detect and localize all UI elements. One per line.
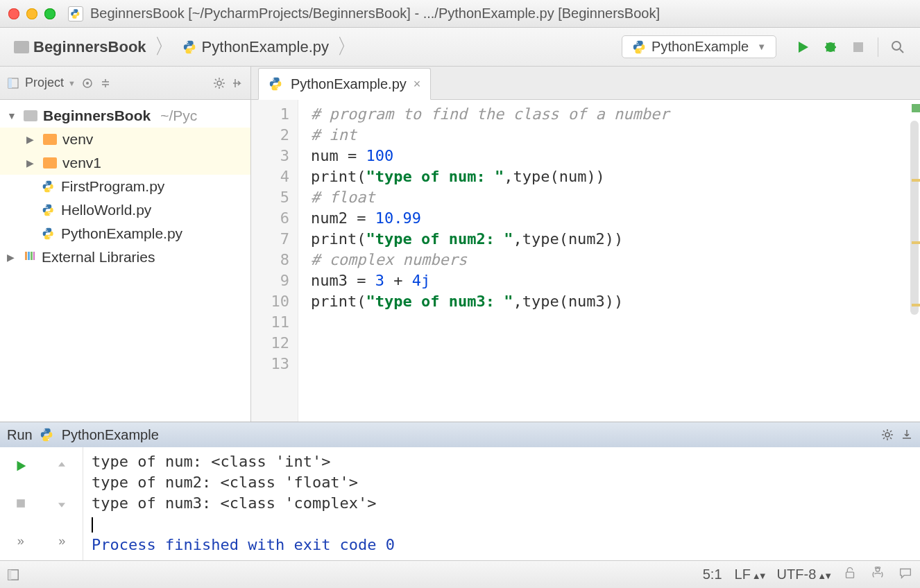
close-tab-icon[interactable]: × bbox=[414, 77, 421, 92]
tab-label: PythonExample.py bbox=[291, 76, 407, 92]
minimize-window-button[interactable] bbox=[26, 8, 37, 19]
tree-folder[interactable]: ▶ venv1 bbox=[0, 151, 250, 175]
chevron-right-icon[interactable]: ▶ bbox=[7, 252, 18, 263]
breadcrumb-project[interactable]: BeginnersBook bbox=[8, 35, 152, 59]
project-tree[interactable]: ▼ BeginnersBook ~/Pyc ▶ venv ▶ venv1 Fir… bbox=[0, 100, 250, 422]
notifications-icon[interactable] bbox=[898, 565, 913, 584]
folder-icon bbox=[43, 134, 57, 145]
project-view-label: Project bbox=[25, 76, 64, 90]
line-separator[interactable]: LF▲▼ bbox=[735, 567, 765, 582]
project-tool-window: Project▼ ▼ BeginnersBook ~/Pyc bbox=[0, 67, 251, 422]
python-file-icon bbox=[182, 40, 198, 55]
svg-rect-6 bbox=[8, 78, 12, 88]
svg-rect-11 bbox=[28, 252, 30, 260]
tree-root[interactable]: ▼ BeginnersBook ~/Pyc bbox=[0, 104, 250, 128]
svg-rect-17 bbox=[8, 569, 11, 579]
file-encoding[interactable]: UTF-8▲▼ bbox=[777, 567, 830, 582]
breadcrumb-file[interactable]: PythonExample.py bbox=[177, 35, 334, 59]
scroll-from-source-icon[interactable] bbox=[81, 77, 94, 89]
tool-windows-icon[interactable] bbox=[7, 569, 19, 581]
stop-button[interactable] bbox=[847, 36, 869, 58]
console-output[interactable]: type of num: <class 'int'>type of num2: … bbox=[83, 447, 920, 560]
chevron-right-icon[interactable]: ▶ bbox=[26, 134, 37, 145]
run-config-label: PythonExample bbox=[62, 427, 159, 443]
project-toolbar: Project▼ bbox=[0, 67, 250, 100]
tree-external-libraries[interactable]: ▶ External Libraries bbox=[0, 245, 250, 269]
hide-panel-icon[interactable] bbox=[231, 77, 244, 89]
editor-tabs: PythonExample.py × bbox=[251, 67, 920, 100]
svg-rect-3 bbox=[853, 42, 863, 52]
python-file-icon bbox=[269, 76, 284, 92]
breadcrumb: BeginnersBook 〉 PythonExample.py 〉 bbox=[8, 33, 622, 61]
up-stack-button[interactable] bbox=[42, 447, 83, 485]
readonly-lock-icon[interactable] bbox=[842, 565, 858, 584]
svg-rect-10 bbox=[25, 252, 27, 260]
tree-label: venv1 bbox=[62, 155, 101, 171]
tree-label: BeginnersBook bbox=[43, 107, 151, 124]
window-titlebar: BeginnersBook [~/PycharmProjects/Beginne… bbox=[0, 0, 920, 28]
breadcrumb-separator: 〉 bbox=[154, 33, 175, 61]
run-configuration-select[interactable]: PythonExample ▼ bbox=[622, 35, 776, 58]
run-title-label: Run bbox=[7, 427, 33, 443]
more-actions-button[interactable]: » bbox=[42, 523, 83, 560]
status-bar: 5:1 LF▲▼ UTF-8▲▼ bbox=[0, 560, 920, 588]
svg-point-4 bbox=[892, 42, 901, 50]
collapse-all-icon[interactable] bbox=[99, 77, 112, 89]
svg-point-9 bbox=[217, 81, 221, 85]
python-file-icon bbox=[40, 427, 55, 442]
breadcrumb-label: BeginnersBook bbox=[33, 38, 146, 56]
close-window-button[interactable] bbox=[8, 8, 19, 19]
svg-point-8 bbox=[86, 82, 89, 85]
tree-path: ~/Pyc bbox=[160, 107, 197, 124]
chevron-down-icon[interactable]: ▼ bbox=[7, 110, 18, 121]
window-title: BeginnersBook [~/PycharmProjects/Beginne… bbox=[90, 6, 660, 21]
debug-button[interactable] bbox=[819, 36, 842, 58]
tree-label: External Libraries bbox=[42, 249, 155, 266]
breadcrumb-separator: 〉 bbox=[337, 33, 357, 61]
toolbar-divider bbox=[878, 37, 878, 57]
code-editor[interactable]: 12345678910111213 # program to find the … bbox=[251, 100, 920, 422]
svg-rect-18 bbox=[846, 572, 854, 578]
python-file-icon bbox=[42, 203, 56, 217]
folder-icon bbox=[24, 110, 37, 121]
caret-position[interactable]: 5:1 bbox=[703, 567, 722, 582]
tree-label: FirstProgram.py bbox=[61, 178, 164, 195]
editor-panel: PythonExample.py × 12345678910111213 # p… bbox=[251, 67, 920, 422]
breadcrumb-label: PythonExample.py bbox=[202, 38, 329, 56]
tree-label: venv bbox=[62, 131, 93, 148]
app-icon bbox=[68, 6, 83, 21]
maximize-window-button[interactable] bbox=[44, 8, 56, 19]
gear-icon[interactable] bbox=[213, 77, 225, 89]
run-config-label: PythonExample bbox=[651, 39, 749, 55]
run-tool-window: Run PythonExample » » type o bbox=[0, 422, 920, 560]
rerun-button[interactable] bbox=[0, 447, 42, 485]
tree-file[interactable]: HelloWorld.py bbox=[0, 198, 250, 222]
search-everywhere-button[interactable] bbox=[887, 36, 909, 58]
python-file-icon bbox=[42, 180, 56, 193]
editor-tab[interactable]: PythonExample.py × bbox=[258, 68, 431, 100]
svg-rect-13 bbox=[33, 252, 35, 260]
tree-file[interactable]: FirstProgram.py bbox=[0, 175, 250, 198]
down-stack-button[interactable] bbox=[42, 485, 83, 522]
python-file-icon bbox=[42, 227, 56, 241]
inspector-icon[interactable] bbox=[870, 565, 885, 584]
chevron-down-icon: ▼ bbox=[757, 42, 766, 52]
gear-icon[interactable] bbox=[881, 429, 894, 441]
download-icon[interactable] bbox=[901, 429, 913, 441]
svg-point-14 bbox=[885, 433, 889, 437]
tree-label: HelloWorld.py bbox=[61, 202, 151, 218]
run-button[interactable] bbox=[792, 36, 814, 58]
svg-rect-15 bbox=[17, 500, 25, 508]
project-view-select[interactable]: Project▼ bbox=[25, 76, 76, 90]
run-side-toolbar: » » bbox=[0, 447, 83, 560]
chevron-right-icon[interactable]: ▶ bbox=[26, 157, 37, 168]
tree-folder[interactable]: ▶ venv bbox=[0, 128, 250, 151]
folder-icon bbox=[43, 157, 57, 168]
folder-icon bbox=[14, 41, 29, 53]
line-number-gutter[interactable]: 12345678910111213 bbox=[251, 100, 298, 422]
tree-file[interactable]: PythonExample.py bbox=[0, 222, 250, 245]
code-area[interactable]: # program to find the class of a number#… bbox=[298, 100, 920, 422]
more-actions-button[interactable]: » bbox=[0, 523, 42, 560]
error-stripe[interactable] bbox=[912, 104, 920, 426]
stop-button[interactable] bbox=[0, 485, 42, 522]
